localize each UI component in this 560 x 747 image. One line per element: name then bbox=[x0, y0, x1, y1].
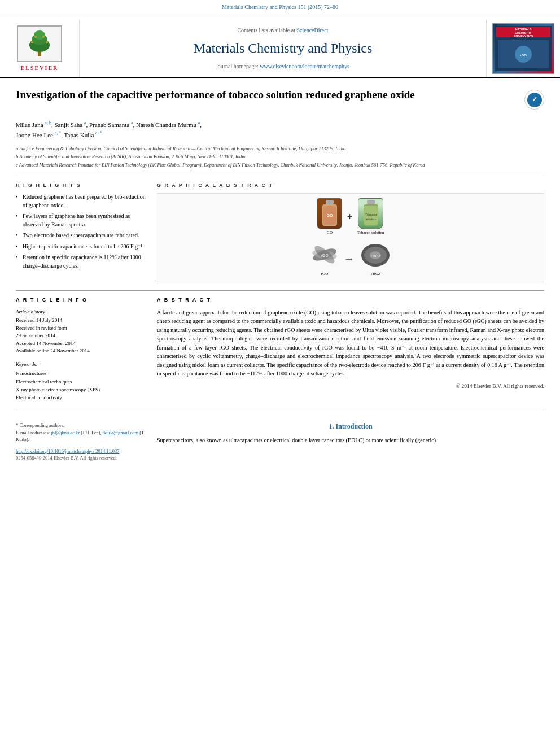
ga-tobacco-flask: Tobacco solution bbox=[358, 198, 383, 229]
journal-title: Materials Chemistry and Physics bbox=[194, 39, 373, 58]
citation-text: Materials Chemistry and Physics 151 (201… bbox=[222, 4, 338, 10]
revised-date: 29 September 2014 bbox=[16, 332, 146, 340]
abstract-text: A facile and green approach for the redu… bbox=[157, 308, 544, 378]
ga-top-row: GO GO + T bbox=[317, 198, 384, 236]
intro-right-col: 1. Introduction Supercapacitors, also kn… bbox=[157, 422, 544, 462]
ga-plus-sign: + bbox=[347, 210, 352, 224]
email2-link[interactable]: tkuila@gmail.com bbox=[103, 430, 138, 435]
graphical-abstract-column: G R A P H I C A L A B S T R A C T GO bbox=[157, 182, 544, 282]
journal-header: ELSEVIER Contents lists available at Sci… bbox=[0, 14, 560, 78]
highlight-item-5: Retention in specific capacitance is 112… bbox=[16, 254, 146, 270]
citation-bar: Materials Chemistry and Physics 151 (201… bbox=[0, 0, 560, 14]
sciencedirect-link[interactable]: ScienceDirect bbox=[296, 27, 328, 33]
abstract-label: A B S T R A C T bbox=[157, 296, 544, 304]
ga-rgo-label: rGO bbox=[321, 272, 328, 277]
svg-text:AND PHYSICS: AND PHYSICS bbox=[514, 34, 533, 38]
homepage-link[interactable]: www.elsevier.com/locate/matchemphys bbox=[260, 63, 349, 69]
svg-point-7 bbox=[42, 36, 45, 38]
copyright-line: © 2014 Elsevier B.V. All rights reserved… bbox=[157, 383, 544, 390]
contents-line: Contents lists available at ScienceDirec… bbox=[237, 27, 328, 34]
graphical-abstract-label: G R A P H I C A L A B S T R A C T bbox=[157, 182, 544, 189]
abstract-column: A B S T R A C T A facile and green appro… bbox=[157, 296, 544, 402]
svg-text:GO: GO bbox=[326, 213, 333, 217]
highlights-label: H I G H L I G H T S bbox=[16, 182, 146, 189]
svg-text:Tobacco: Tobacco bbox=[365, 213, 377, 216]
svg-point-3 bbox=[34, 30, 45, 40]
svg-text:solution: solution bbox=[365, 217, 376, 221]
article-title: Investigation of the capacitive performa… bbox=[16, 88, 518, 102]
svg-rect-16 bbox=[326, 200, 334, 204]
info-abstract-section: A R T I C L E I N F O Article history: R… bbox=[16, 290, 544, 402]
elsevier-tree-image bbox=[17, 25, 62, 62]
keyword-4: Electrical conductivity bbox=[16, 394, 146, 401]
ga-bottom-row: rGO rGO → TBG2 TBG2 bbox=[309, 239, 392, 277]
ga-tbg2-label: TBG2 bbox=[370, 272, 380, 277]
email1-link[interactable]: jhl@jbnu.ac.kr bbox=[51, 430, 80, 435]
highlights-column: H I G H L I G H T S Reduced graphene has… bbox=[16, 182, 146, 282]
elsevier-text: ELSEVIER bbox=[21, 64, 59, 72]
introduction-text: Supercapacitors, also known as ultracapa… bbox=[157, 436, 544, 445]
highlights-list: Reduced graphene has been prepared by bi… bbox=[16, 193, 146, 270]
affiliations: a Surface Engineering & Tribology Divisi… bbox=[16, 145, 544, 169]
ga-go-bottle: GO bbox=[317, 198, 342, 229]
highlight-item-4: Highest specific capacitance is found to… bbox=[16, 243, 146, 251]
svg-point-6 bbox=[34, 36, 37, 38]
doi-link[interactable]: http://dx.doi.org/10.1016/j.matchemphys.… bbox=[16, 448, 119, 454]
highlight-item-1: Reduced graphene has been prepared by bi… bbox=[16, 193, 146, 209]
elsevier-logo-area: ELSEVIER bbox=[0, 20, 79, 77]
keyword-2: Electrochemical techniques bbox=[16, 378, 146, 386]
graphical-abstract-box: GO GO + T bbox=[157, 193, 544, 282]
graphical-abstract-inner: GO GO + T bbox=[162, 198, 539, 277]
issn-line: 0254-0584/© 2014 Elsevier B.V. All right… bbox=[16, 455, 146, 462]
affiliation-c: c Advanced Materials Research Institute … bbox=[16, 161, 544, 169]
elsevier-logo: ELSEVIER bbox=[17, 25, 62, 72]
highlight-item-2: Few layers of graphene has been synthesi… bbox=[16, 212, 146, 229]
svg-point-4 bbox=[31, 41, 33, 43]
email-line: E-mail addresses: jhl@jbnu.ac.kr (J.H. L… bbox=[16, 429, 146, 444]
received-revised-label: Received in revised form bbox=[16, 325, 146, 333]
keywords-section: Keywords: Nanostructures Electrochemical… bbox=[16, 361, 146, 402]
ga-tbg2-image: TBG2 bbox=[358, 239, 392, 270]
svg-rect-20 bbox=[367, 200, 375, 204]
received-date: Received 14 July 2014 bbox=[16, 317, 146, 325]
svg-text:rGO: rGO bbox=[321, 254, 329, 257]
accepted-date: Accepted 14 November 2014 bbox=[16, 340, 146, 348]
svg-point-5 bbox=[46, 41, 48, 43]
affiliation-a: a Surface Engineering & Tribology Divisi… bbox=[16, 145, 544, 152]
keyword-3: X-ray photo electron spectroscopy (XPS) bbox=[16, 386, 146, 394]
ga-arrow-right: → bbox=[344, 251, 355, 267]
corresponding-note: * Corresponding authors. E-mail addresse… bbox=[16, 422, 146, 443]
svg-text:TBG2: TBG2 bbox=[370, 254, 380, 258]
cover-image: MATERIALS CHEMISTRY AND PHYSICS rGO bbox=[492, 23, 554, 74]
intro-left-col: * Corresponding authors. E-mail addresse… bbox=[16, 422, 146, 462]
ga-rgo-image: rGO bbox=[309, 239, 340, 270]
doi-line: http://dx.doi.org/10.1016/j.matchemphys.… bbox=[16, 448, 146, 455]
available-online-date: Available online 24 November 2014 bbox=[16, 347, 146, 355]
article-info-label: A R T I C L E I N F O bbox=[16, 296, 146, 304]
ga-go-label: GO bbox=[327, 230, 333, 236]
affiliation-b: b Academy of Scientific and Innovative R… bbox=[16, 153, 544, 160]
highlight-item-3: Two electrode based supercapacitors are … bbox=[16, 231, 146, 240]
authors-line: Milan Jana a, b, Sanjit Saha a, Pranab S… bbox=[16, 120, 544, 141]
article-history: Article history: Received 14 July 2014 R… bbox=[16, 308, 146, 355]
svg-text:rGO: rGO bbox=[520, 54, 527, 57]
ga-tobacco-label: Tobacco solution bbox=[357, 230, 384, 236]
article-content: Investigation of the capacitive performa… bbox=[0, 78, 560, 471]
crossmark-icon: ✓ bbox=[527, 93, 542, 107]
title-section: Investigation of the capacitive performa… bbox=[16, 88, 544, 114]
introduction-section: * Corresponding authors. E-mail addresse… bbox=[16, 418, 544, 462]
article-info-column: A R T I C L E I N F O Article history: R… bbox=[16, 296, 146, 402]
article-history-title: Article history: bbox=[16, 308, 146, 316]
journal-title-area: Contents lists available at ScienceDirec… bbox=[79, 20, 487, 77]
introduction-heading: 1. Introduction bbox=[157, 422, 544, 431]
highlights-abstract-section: H I G H L I G H T S Reduced graphene has… bbox=[16, 176, 544, 282]
journal-cover: MATERIALS CHEMISTRY AND PHYSICS rGO bbox=[487, 20, 560, 77]
keyword-1: Nanostructures bbox=[16, 369, 146, 377]
crossmark-badge: ✓ bbox=[524, 90, 544, 110]
section-divider bbox=[16, 410, 544, 410]
keywords-title: Keywords: bbox=[16, 361, 146, 368]
journal-homepage: journal homepage: www.elsevier.com/locat… bbox=[216, 63, 349, 71]
